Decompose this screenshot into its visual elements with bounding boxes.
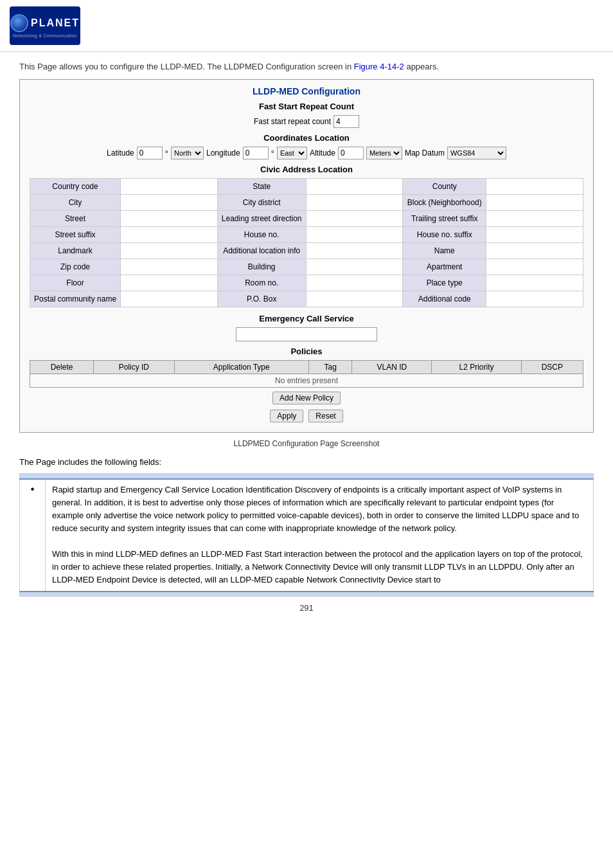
civic-label: Building xyxy=(217,259,306,275)
civic-input-cell[interactable] xyxy=(121,275,218,291)
civic-label: Additional code xyxy=(403,291,486,307)
policies-section: DeletePolicy IDApplication TypeTagVLAN I… xyxy=(30,360,583,404)
policies-table: DeletePolicy IDApplication TypeTagVLAN I… xyxy=(30,360,583,388)
policies-col-header: Delete xyxy=(30,361,94,374)
policies-col-header: Application Type xyxy=(174,361,309,374)
civic-input-cell[interactable] xyxy=(121,291,218,307)
info-text-cell: Rapid startup and Emergency Call Service… xyxy=(46,479,594,592)
latitude-input[interactable] xyxy=(137,147,163,159)
civic-input-cell[interactable] xyxy=(486,243,583,259)
civic-input-cell[interactable] xyxy=(121,227,218,243)
fast-start-row: Fast start repeat count xyxy=(30,115,583,128)
civic-label: House no. xyxy=(217,227,306,243)
civic-label: Place type xyxy=(403,275,486,291)
civic-input-cell[interactable] xyxy=(486,227,583,243)
civic-label: Additional location info xyxy=(217,243,306,259)
civic-label: Name xyxy=(403,243,486,259)
policies-col-header: Policy ID xyxy=(94,361,174,374)
figure-link[interactable]: Figure 4-14-2 xyxy=(354,62,404,71)
civic-input-cell[interactable] xyxy=(306,243,403,259)
no-entries-cell: No entries present xyxy=(30,374,583,388)
lldp-med-config-box: LLDP-MED Configuration Fast Start Repeat… xyxy=(19,79,594,433)
civic-section-title: Civic Address Location xyxy=(30,165,583,174)
civic-table: Country codeStateCountyCityCity district… xyxy=(30,178,583,307)
civic-label: Landmark xyxy=(30,243,121,259)
civic-input-cell[interactable] xyxy=(306,259,403,275)
civic-input-cell[interactable] xyxy=(121,243,218,259)
map-datum-select[interactable]: WGS84 NAD83 NAD83/MLLW xyxy=(447,147,506,159)
civic-label: State xyxy=(217,179,306,195)
civic-label: Postal community name xyxy=(30,291,121,307)
altitude-label: Altitude xyxy=(310,149,335,158)
policies-section-title: Policies xyxy=(30,347,583,356)
page-header: PLANET Networking & Communication xyxy=(0,0,613,52)
config-title: LLDP-MED Configuration xyxy=(30,86,583,96)
emergency-section-title: Emergency Call Service xyxy=(30,314,583,323)
civic-label: Block (Neighborhood) xyxy=(403,195,486,211)
info-table: • Rapid startup and Emergency Call Servi… xyxy=(19,473,594,597)
map-datum-label: Map Datum xyxy=(405,149,445,158)
civic-input-cell[interactable] xyxy=(121,211,218,227)
civic-input-cell[interactable] xyxy=(121,179,218,195)
main-content: This Page allows you to configure the LL… xyxy=(0,52,613,622)
bullet-cell: • xyxy=(20,479,46,592)
civic-label: City xyxy=(30,195,121,211)
civic-label: Trailing street suffix xyxy=(403,211,486,227)
civic-input-cell[interactable] xyxy=(306,227,403,243)
emergency-call-service-input[interactable] xyxy=(236,327,377,341)
civic-label: Room no. xyxy=(217,275,306,291)
civic-input-cell[interactable] xyxy=(486,275,583,291)
add-new-policy-button[interactable]: Add New Policy xyxy=(272,392,341,404)
latitude-label: Latitude xyxy=(107,149,134,158)
civic-label: City district xyxy=(217,195,306,211)
altitude-unit-select[interactable]: Meters Feet xyxy=(366,147,402,159)
civic-input-cell[interactable] xyxy=(306,195,403,211)
civic-label: P.O. Box xyxy=(217,291,306,307)
policies-col-header: L2 Priority xyxy=(432,361,521,374)
fast-start-section-title: Fast Start Repeat Count xyxy=(30,102,583,111)
civic-input-cell[interactable] xyxy=(306,291,403,307)
info-table-footer-bar xyxy=(20,592,594,597)
civic-label: Street suffix xyxy=(30,227,121,243)
logo-area: PLANET Networking & Communication xyxy=(10,6,603,45)
civic-input-cell[interactable] xyxy=(486,195,583,211)
action-buttons-row: Apply Reset xyxy=(30,410,583,422)
latitude-dir-select[interactable]: North South xyxy=(171,147,204,159)
apply-button[interactable]: Apply xyxy=(270,410,303,422)
logo-text: PLANET xyxy=(31,17,80,29)
civic-input-cell[interactable] xyxy=(306,211,403,227)
coordinates-row: Latitude ° North South Longitude ° East … xyxy=(30,147,583,159)
civic-label: Apartment xyxy=(403,259,486,275)
civic-label: Zip code xyxy=(30,259,121,275)
logo-subtitle: Networking & Communication xyxy=(13,33,77,38)
intro-paragraph: This Page allows you to configure the LL… xyxy=(19,62,594,71)
coordinates-section-title: Coordinates Location xyxy=(30,133,583,143)
civic-input-cell[interactable] xyxy=(486,211,583,227)
civic-label: Floor xyxy=(30,275,121,291)
page-number: 291 xyxy=(19,603,594,613)
policies-col-header: DSCP xyxy=(521,361,583,374)
reset-button[interactable]: Reset xyxy=(308,410,342,422)
following-text: The Page includes the following fields: xyxy=(19,457,594,467)
fast-start-input[interactable] xyxy=(333,115,359,128)
civic-input-cell[interactable] xyxy=(486,291,583,307)
altitude-input[interactable] xyxy=(338,147,364,159)
civic-input-cell[interactable] xyxy=(121,259,218,275)
emergency-section xyxy=(30,327,583,341)
civic-label: Leading street direction xyxy=(217,211,306,227)
longitude-label: Longitude xyxy=(206,149,240,158)
civic-label: Country code xyxy=(30,179,121,195)
info-table-header-bar xyxy=(20,474,594,479)
longitude-dir-select[interactable]: East West xyxy=(277,147,307,159)
fast-start-label: Fast start repeat count xyxy=(254,117,331,126)
civic-input-cell[interactable] xyxy=(486,179,583,195)
longitude-input[interactable] xyxy=(243,147,269,159)
caption: LLDPMED Configuration Page Screenshot xyxy=(19,439,594,448)
civic-label: Street xyxy=(30,211,121,227)
civic-input-cell[interactable] xyxy=(486,259,583,275)
policies-col-header: VLAN ID xyxy=(352,361,432,374)
civic-input-cell[interactable] xyxy=(306,179,403,195)
civic-input-cell[interactable] xyxy=(121,195,218,211)
civic-label: House no. suffix xyxy=(403,227,486,243)
civic-input-cell[interactable] xyxy=(306,275,403,291)
